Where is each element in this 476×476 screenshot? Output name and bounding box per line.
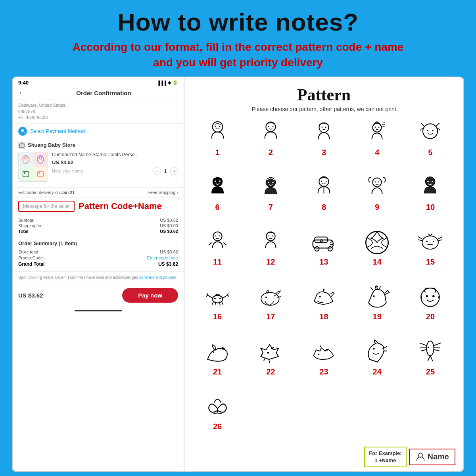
svg-point-30 (272, 182, 274, 183)
svg-point-7 (24, 173, 26, 174)
payment-icon (18, 127, 27, 136)
pattern-number-6: 6 (215, 203, 220, 212)
svg-point-66 (421, 288, 440, 306)
promo-link[interactable]: Enter code here (147, 255, 178, 260)
svg-point-29 (268, 182, 269, 183)
svg-point-68 (432, 295, 435, 298)
svg-point-70 (267, 352, 269, 354)
svg-point-53 (320, 240, 322, 242)
pattern-item-11: 11 (192, 228, 242, 279)
pattern-item-8: 8 (299, 173, 349, 224)
svg-point-20 (375, 127, 376, 128)
svg-point-18 (325, 127, 326, 128)
page-title: How to write notes? (117, 8, 359, 36)
pattern-subtitle: Please choose our pattern, other pattern… (192, 106, 455, 112)
delivery-row: Estimated delivery on Jan 21 Free Shippi… (13, 188, 184, 198)
svg-point-64 (373, 295, 375, 297)
bottom-total: US $3.62 (18, 292, 43, 299)
pattern-item-5: 5 (405, 119, 455, 169)
pattern-number-24: 24 (373, 367, 382, 376)
svg-point-71 (318, 354, 319, 355)
pattern-icon-24 (363, 338, 392, 367)
product-row: Customized Name Stamp Paints Perso... US… (18, 152, 178, 182)
product-image (18, 152, 48, 182)
svg-rect-1 (19, 144, 24, 148)
bottom-bar: US $3.62 Pay now (13, 284, 184, 307)
pattern-item-14: 14 (352, 228, 402, 279)
pattern-icon-5 (416, 119, 445, 147)
pattern-icon-8 (309, 173, 338, 202)
svg-point-9 (38, 173, 40, 174)
note-placeholder: Note your name (52, 169, 83, 173)
pattern-number-11: 11 (213, 257, 222, 267)
pattern-icon-14 (363, 228, 392, 257)
svg-point-63 (319, 296, 321, 298)
svg-point-3 (25, 157, 27, 159)
svg-point-5 (39, 157, 42, 159)
pattern-item-12: 12 (246, 228, 296, 279)
svg-point-62 (265, 296, 267, 298)
status-icons: ▐▐▐ ◈ 🔋 (157, 80, 178, 85)
svg-point-10 (212, 122, 223, 132)
product-price: US $3.62 (52, 159, 178, 165)
pattern-number-13: 13 (319, 257, 328, 267)
pattern-item-16: 16 (192, 283, 242, 334)
pattern-item-2: 2 (246, 119, 296, 169)
svg-point-36 (375, 181, 376, 182)
pattern-number-25: 25 (426, 367, 435, 376)
pattern-icon-3 (309, 119, 338, 147)
pattern-item-7: 7 (246, 173, 296, 224)
example-name-box: Name (409, 449, 455, 465)
svg-point-56 (426, 241, 428, 242)
pattern-icon-13 (309, 228, 338, 257)
pay-button[interactable]: Pay now (122, 288, 178, 303)
store-icon (18, 142, 25, 149)
svg-point-72 (373, 348, 375, 350)
svg-point-17 (321, 127, 322, 128)
pattern-icon-16 (203, 283, 232, 311)
svg-point-23 (427, 130, 429, 131)
svg-point-25 (213, 177, 222, 186)
back-button[interactable]: ← (18, 89, 25, 97)
pattern-item-13: 13 (299, 228, 349, 279)
pattern-number-7: 7 (269, 203, 273, 212)
message-input[interactable]: Message for the seller (18, 201, 75, 212)
pattern-item-26: 26 (192, 393, 242, 443)
pattern-item-15: 15 (405, 228, 455, 279)
pattern-icon-6 (203, 173, 232, 202)
pattern-item-6: 6 (192, 173, 242, 224)
pattern-number-9: 9 (375, 203, 379, 212)
pattern-number-23: 23 (319, 367, 328, 376)
svg-point-26 (215, 180, 216, 182)
payment-section[interactable]: Select Payment Method (13, 124, 184, 139)
qty-minus[interactable]: − (153, 167, 161, 175)
svg-point-43 (219, 235, 220, 236)
pattern-number-3: 3 (322, 148, 326, 157)
pattern-icon-2 (256, 119, 285, 147)
home-bar (75, 310, 122, 311)
product-info: Customized Name Stamp Paints Perso... US… (52, 152, 178, 182)
terms-link[interactable]: all terms and policies. (139, 275, 177, 280)
pattern-icon-19 (363, 283, 392, 311)
pattern-item-21: 21 (192, 338, 242, 389)
qty-plus[interactable]: + (170, 167, 178, 175)
svg-point-40 (432, 181, 434, 182)
svg-point-28 (266, 177, 275, 187)
svg-point-11 (215, 126, 216, 127)
svg-point-73 (427, 341, 434, 356)
order-confirm-title: Order Confirmation (29, 90, 178, 96)
pattern-icon-26 (203, 393, 232, 421)
left-panel: 9:40 ▐▐▐ ◈ 🔋 ← Order Confirmation Delawa… (12, 77, 184, 472)
pattern-item-23: 23 (299, 338, 349, 389)
svg-point-19 (373, 123, 382, 132)
example-label: For Example: 1 +Name (364, 447, 406, 467)
address-section: Delaware, United States, 5487578, +1 -45… (13, 100, 184, 123)
pattern-item-4: 4 (352, 119, 402, 169)
pattern-title: Pattern (192, 85, 455, 104)
order-summary-title: Order Summary (1 item) (18, 240, 178, 246)
svg-point-21 (378, 127, 380, 128)
content-row: 9:40 ▐▐▐ ◈ 🔋 ← Order Confirmation Delawa… (12, 77, 464, 472)
svg-line-44 (209, 242, 211, 245)
phone-header: ← Order Confirmation (13, 86, 184, 100)
pattern-number-20: 20 (426, 312, 435, 321)
